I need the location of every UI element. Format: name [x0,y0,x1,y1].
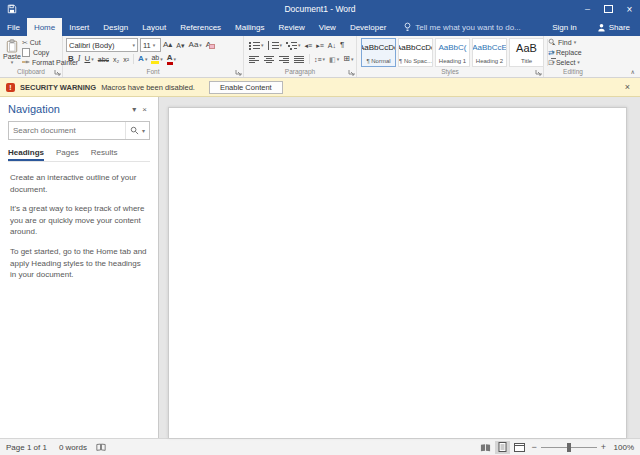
tell-me-box[interactable]: Tell me what you want to do... [403,18,520,36]
tab-view[interactable]: View [312,18,343,36]
read-mode-button[interactable] [478,441,493,454]
change-case-button[interactable]: Aa▾ [187,39,204,52]
paste-button[interactable]: Paste ▾ [3,39,21,66]
search-box: ▾ [8,121,150,140]
italic-button[interactable]: I [76,53,83,66]
strikethrough-button[interactable]: abc [96,53,111,66]
dropdown-icon: ▾ [577,60,580,65]
select-icon: ⊡ [548,59,554,66]
line-spacing-button[interactable]: ↕≡▾ [312,53,327,66]
style-heading-1[interactable]: AaBbC( Heading 1 [435,38,470,67]
zoom-in-button[interactable]: + [599,442,608,452]
grow-font-button[interactable]: A▴ [161,39,174,52]
collapse-ribbon-button[interactable]: ∧ [631,68,635,75]
print-layout-button[interactable] [495,441,510,454]
web-layout-icon [514,443,525,452]
style-normal[interactable]: AaBbCcDc ¶ Normal [361,38,396,67]
zoom-level[interactable]: 100% [610,443,634,452]
bullets-button[interactable]: ▾ [247,39,266,52]
superscript-button[interactable]: x² [121,53,131,66]
copy-label: Copy [33,49,49,56]
security-warning-title: SECURITY WARNING [20,83,96,92]
styles-dialog-launcher[interactable] [535,69,542,76]
search-dropdown-icon[interactable]: ▾ [142,128,145,134]
style-title[interactable]: AaB Title [509,38,544,67]
increase-indent-button[interactable]: ▸≡ [314,39,326,52]
tab-developer[interactable]: Developer [343,18,393,36]
enable-content-button[interactable]: Enable Content [209,81,283,94]
tab-mailings[interactable]: Mailings [228,18,271,36]
nav-tab-headings[interactable]: Headings [8,148,44,161]
underline-button[interactable]: U▾ [82,53,95,66]
tab-layout[interactable]: Layout [135,18,173,36]
sort-button[interactable]: A↓ [326,39,338,52]
decrease-indent-button[interactable]: ◂≡ [303,39,315,52]
select-button[interactable]: ⊡ Select ▾ [547,57,583,67]
shading-button[interactable]: ◧▾ [327,53,341,66]
multilevel-list-button[interactable]: ▾ [284,39,303,52]
minimize-button[interactable]: ─ [577,0,598,18]
sign-in-link[interactable]: Sign in [542,23,586,32]
page-indicator[interactable]: Page 1 of 1 [0,443,53,452]
search-input[interactable] [9,126,125,135]
navigation-options-icon[interactable]: ▾ [129,105,139,114]
zoom-thumb[interactable] [567,443,571,452]
copy-icon [22,48,30,57]
tab-file[interactable]: File [0,18,27,36]
zoom-slider[interactable] [541,441,597,454]
dropdown-icon: ▾ [261,43,264,48]
maximize-button[interactable] [598,0,619,18]
replace-label: Replace [556,49,582,56]
clipboard-dialog-launcher[interactable] [54,69,61,76]
find-button[interactable]: Find ▾ [547,37,583,47]
shrink-font-button[interactable]: A▾ [174,39,186,52]
tab-insert[interactable]: Insert [62,18,96,36]
tab-design[interactable]: Design [96,18,135,36]
bold-icon: B [68,55,74,63]
dialog-launcher-icon [235,69,242,76]
status-bar-right: − + 100% [478,441,640,454]
message-bar-close-icon[interactable]: × [621,82,634,92]
style-name: ¶ Normal [366,57,390,66]
clear-formatting-button[interactable]: A [204,39,217,52]
font-name-value: Calibri (Body) [69,41,130,50]
replace-button[interactable]: ⇄ Replace [547,47,583,57]
zoom-out-button[interactable]: − [529,442,538,452]
font-size-select[interactable]: 11 ▾ [140,38,161,52]
style-no-spacing[interactable]: AaBbCcDc ¶ No Spac... [398,38,433,67]
show-hide-pilcrow-button[interactable]: ¶ [338,39,346,52]
style-heading-2[interactable]: AaBbCcE Heading 2 [472,38,507,67]
document-canvas [159,97,640,438]
bold-button[interactable]: B [66,53,76,66]
word-count[interactable]: 0 words [53,443,93,452]
navigation-close-icon[interactable]: × [139,105,150,114]
nav-tab-pages[interactable]: Pages [56,148,79,161]
font-dialog-launcher[interactable] [235,69,242,76]
justify-button[interactable] [292,53,307,66]
nav-tab-results[interactable]: Results [91,148,118,161]
font-color-button[interactable]: A▾ [165,53,178,66]
subscript-icon: x₂ [113,56,119,63]
text-highlight-button[interactable]: ab▾ [149,53,164,66]
numbering-button[interactable]: ▾ [266,39,285,52]
highlight-icon: ab [151,54,159,64]
proofing-status-icon[interactable] [93,443,109,451]
search-icon[interactable] [130,126,139,135]
paragraph-dialog-launcher[interactable] [348,69,355,76]
align-center-button[interactable] [262,53,277,66]
close-button[interactable]: × [619,0,640,18]
tab-home[interactable]: Home [27,18,62,36]
tab-references[interactable]: References [173,18,228,36]
web-layout-button[interactable] [512,441,527,454]
subscript-button[interactable]: x₂ [111,53,121,66]
borders-button[interactable]: ⊞▾ [341,53,355,66]
person-icon [597,23,606,32]
save-button[interactable] [7,4,17,14]
share-button[interactable]: Share [587,23,640,32]
align-left-button[interactable] [247,53,262,66]
document-page[interactable] [168,107,627,438]
text-effects-button[interactable]: A▾ [136,53,149,66]
align-right-button[interactable] [277,53,292,66]
tab-review[interactable]: Review [271,18,311,36]
font-name-select[interactable]: Calibri (Body) ▾ [66,38,138,52]
